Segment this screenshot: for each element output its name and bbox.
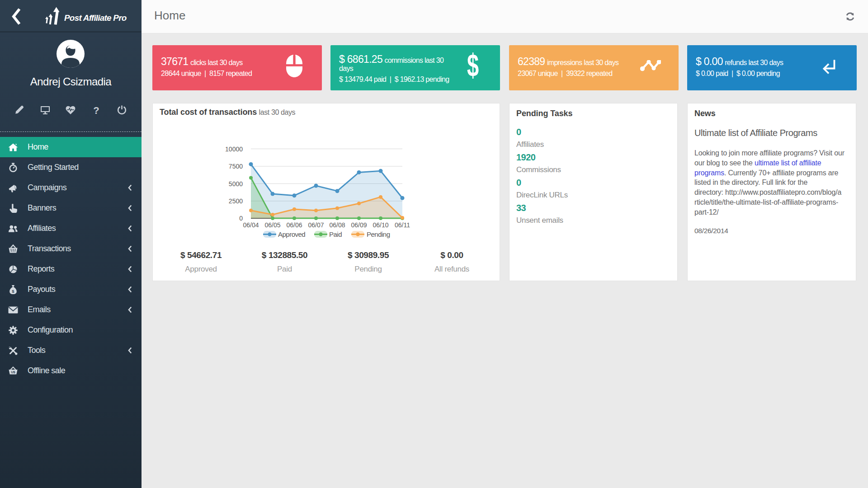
- svg-text:$: $: [12, 289, 14, 294]
- svg-text:06/08: 06/08: [329, 221, 345, 229]
- svg-text:06/10: 06/10: [373, 221, 388, 229]
- svg-text:5000: 5000: [229, 180, 243, 188]
- svg-text:06/05: 06/05: [264, 221, 280, 229]
- svg-text:Approved: Approved: [278, 230, 305, 238]
- svg-text:06/07: 06/07: [308, 221, 324, 229]
- svg-text:U$: U$: [11, 370, 15, 374]
- svg-text:06/06: 06/06: [286, 221, 302, 229]
- svg-text:Paid: Paid: [329, 230, 342, 238]
- svg-text:10000: 10000: [225, 145, 243, 153]
- svg-text:06/11: 06/11: [395, 221, 410, 229]
- svg-text:2500: 2500: [229, 197, 243, 205]
- svg-text:06/04: 06/04: [243, 221, 259, 229]
- svg-text:06/09: 06/09: [351, 221, 367, 229]
- svg-text:Pending: Pending: [367, 230, 390, 238]
- svg-text:0: 0: [239, 215, 243, 222]
- svg-text:7500: 7500: [229, 163, 243, 170]
